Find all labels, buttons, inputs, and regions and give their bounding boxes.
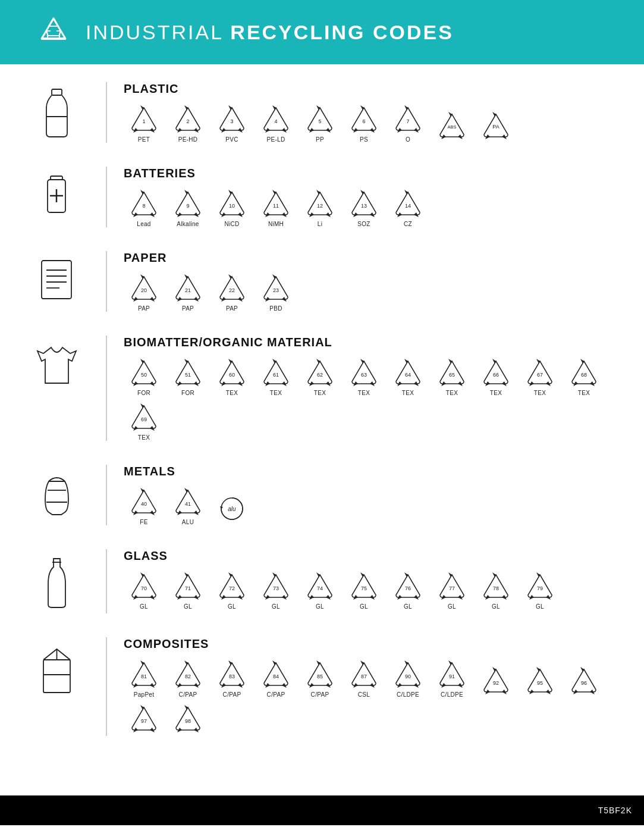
section-plastic: PLASTIC 1 PET 2 <box>24 82 620 143</box>
svg-text:9: 9 <box>186 203 189 209</box>
symbol-13-soz: 13 SOZ <box>344 189 384 227</box>
symbol-96: 96 <box>564 666 604 698</box>
symbol-75-gl: 75 GL <box>344 571 384 610</box>
bottle-icon <box>40 87 73 140</box>
svg-text:13: 13 <box>361 203 367 209</box>
symbol-64-tex: 64 TEX <box>388 358 428 396</box>
carton-icon <box>37 642 76 698</box>
glass-icon-col <box>24 549 89 613</box>
svg-text:95: 95 <box>537 680 543 686</box>
symbol-pe-ld: 4 PE-LD <box>256 104 296 143</box>
svg-rect-25 <box>42 261 71 299</box>
svg-text:70: 70 <box>141 585 147 591</box>
svg-text:64: 64 <box>405 372 411 378</box>
plastic-icon-col <box>24 82 89 140</box>
symbol-81-pappet: 81 PapPet <box>124 659 164 698</box>
svg-text:10: 10 <box>229 203 235 209</box>
svg-text:69: 69 <box>141 416 147 422</box>
svg-text:67: 67 <box>537 372 543 378</box>
section-paper: PAPER 20 PAP 21 <box>24 251 620 312</box>
svg-text:87: 87 <box>361 673 367 679</box>
paper-body: PAPER 20 PAP 21 <box>124 251 620 312</box>
symbol-50-for: 50 FOR <box>124 358 164 396</box>
svg-text:98: 98 <box>185 718 191 724</box>
symbol-12-li: 12 Li <box>300 189 340 227</box>
composites-title: COMPOSITES <box>124 637 620 651</box>
symbol-o: 7 O <box>388 104 428 143</box>
svg-text:75: 75 <box>361 585 367 591</box>
section-batteries: BATTERIES 8 Lead 9 <box>24 167 620 227</box>
biomatter-body: BIOMATTER/ORGANIC MATERIAL 50 FOR <box>124 336 620 441</box>
svg-text:63: 63 <box>361 372 367 378</box>
symbol-73-gl: 73 GL <box>256 571 296 610</box>
svg-text:3: 3 <box>230 118 233 124</box>
svg-text:21: 21 <box>185 287 191 293</box>
shirt-icon <box>34 340 79 394</box>
symbol-84-cpap: 84 C/PAP <box>256 659 296 698</box>
paper-icon-col <box>24 251 89 306</box>
svg-text:11: 11 <box>273 203 279 209</box>
symbol-68-tex: 68 TEX <box>564 358 604 396</box>
metals-title: METALS <box>124 465 620 478</box>
symbol-41-alu: 41 ALU <box>168 487 208 525</box>
symbol-23-pbd: 23 PBD <box>256 273 296 312</box>
svg-text:84: 84 <box>273 673 279 679</box>
svg-text:PA: PA <box>492 124 499 130</box>
svg-text:81: 81 <box>141 673 147 679</box>
svg-text:12: 12 <box>317 203 323 209</box>
svg-text:85: 85 <box>317 673 323 679</box>
symbol-78-gl: 78 GL <box>476 571 516 610</box>
symbol-90-cldpe: 90 C/LDPE <box>388 659 428 698</box>
symbol-87-csl: 87 CSL <box>344 659 384 698</box>
plastic-title: PLASTIC <box>124 82 620 96</box>
symbol-pa: PA <box>476 111 516 143</box>
svg-text:92: 92 <box>493 680 499 686</box>
svg-text:78: 78 <box>493 585 499 591</box>
symbol-83-cpap: 83 C/PAP <box>212 659 252 698</box>
symbol-9-alkaline: 9 Alkaline <box>168 189 208 227</box>
symbol-63-tex: 63 TEX <box>344 358 384 396</box>
symbol-pvc: 3 PVC <box>212 104 252 143</box>
symbol-62-tex: 62 TEX <box>300 358 340 396</box>
symbol-69-tex: 69 TEX <box>124 402 164 441</box>
batteries-divider <box>106 167 107 227</box>
can-icon <box>40 469 73 523</box>
battery-icon <box>42 171 71 225</box>
symbol-ps: 6 PS <box>344 104 384 143</box>
symbol-79-gl: 79 GL <box>520 571 560 610</box>
paper-divider <box>106 251 107 312</box>
symbol-pe-hd: 2 PE-HD <box>168 104 208 143</box>
symbol-70-gl: 70 GL <box>124 571 164 610</box>
symbol-40-fe: 40 FE <box>124 487 164 525</box>
section-metals: METALS 40 FE 41 <box>24 465 620 525</box>
metals-symbols: 40 FE 41 ALU <box>124 487 620 525</box>
svg-text:68: 68 <box>581 372 587 378</box>
svg-text:6: 6 <box>362 118 365 124</box>
svg-text:90: 90 <box>405 673 411 679</box>
batteries-symbols: 8 Lead 9 Alkaline <box>124 189 620 227</box>
glass-divider <box>106 549 107 613</box>
symbol-66-tex: 66 TEX <box>476 358 516 396</box>
symbol-61-tex: 61 TEX <box>256 358 296 396</box>
section-glass: GLASS 70 GL 71 <box>24 549 620 613</box>
svg-text:65: 65 <box>449 372 455 378</box>
glass-bottle-icon <box>43 554 70 613</box>
batteries-body: BATTERIES 8 Lead 9 <box>124 167 620 227</box>
svg-text:5: 5 <box>318 118 321 124</box>
symbol-21-pap: 21 PAP <box>168 273 208 312</box>
svg-text:alu: alu <box>228 506 236 512</box>
svg-text:97: 97 <box>141 718 147 724</box>
symbol-98: 98 <box>168 704 208 736</box>
paper-title: PAPER <box>124 251 620 265</box>
plastic-symbols: 1 PET 2 PE-HD <box>124 104 620 143</box>
svg-text:50: 50 <box>141 372 147 378</box>
svg-text:71: 71 <box>185 585 191 591</box>
biomatter-title: BIOMATTER/ORGANIC MATERIAL <box>124 336 620 349</box>
svg-text:23: 23 <box>273 287 279 293</box>
svg-text:79: 79 <box>537 585 543 591</box>
svg-text:82: 82 <box>185 673 191 679</box>
symbol-71-gl: 71 GL <box>168 571 208 610</box>
footer-code: T5BF2K <box>598 806 632 815</box>
svg-text:22: 22 <box>229 287 235 293</box>
footer: T5BF2K <box>0 795 644 825</box>
